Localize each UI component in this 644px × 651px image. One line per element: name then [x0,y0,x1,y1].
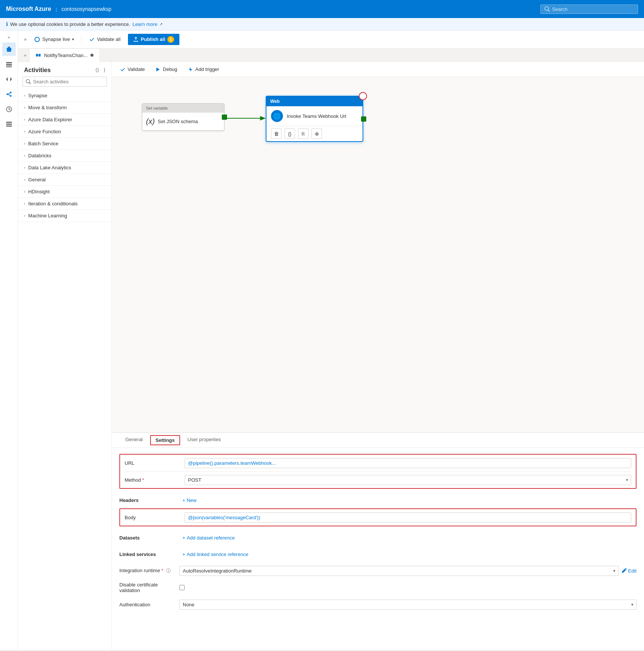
validate-btn[interactable]: Validate [118,65,147,74]
url-label: URL [125,460,185,466]
code-node-btn[interactable]: {} [284,128,295,139]
web-node[interactable]: Web 🌐 Invoke Teams Webhook Url 🗑 {} ⎘ ⊕ [266,96,363,142]
svg-rect-12 [36,54,38,57]
canvas-content: Set variable (x) Set JSON schema [142,92,405,167]
svg-point-3 [6,93,8,95]
activities-controls: ⟨⟩ ⟩ [94,66,107,74]
disable-cert-label: Disable certificate validation [119,582,179,593]
group-label: Azure Data Explorer [28,117,72,122]
validate-all-btn[interactable]: Validate all [86,35,123,44]
activity-group-hdinsight-header[interactable]: › HDInsight [18,186,111,197]
svg-marker-17 [260,116,266,121]
activity-group-datalake-header[interactable]: › Data Lake Analytics [18,162,111,173]
pencil-icon [621,568,627,573]
group-label: Batch Service [28,141,58,146]
activity-group-databricks-header[interactable]: › Databricks [18,150,111,161]
expand-btn[interactable]: ⟩ [102,66,107,74]
delete-node-btn[interactable]: 🗑 [271,128,281,139]
activity-group-batch-header[interactable]: › Batch Service [18,138,111,149]
collapse-all-btn[interactable]: ⟨⟩ [94,66,101,74]
svg-rect-13 [39,54,41,57]
integration-edit-btn[interactable]: Edit [621,568,636,574]
pipeline-tab[interactable]: NotifiyTeamsChan... [29,48,100,62]
set-variable-label: Set JSON schema [158,119,198,124]
activity-group-move-header[interactable]: › Move & transform [18,102,111,113]
svg-point-5 [10,95,12,97]
activity-group-general: › General [18,174,111,186]
toolbar: » Synapse live ▾ Validate all Publish al… [18,30,644,48]
top-bar: Microsoft Azure | contososynapsewksp Sea… [0,0,644,18]
publish-all-btn[interactable]: Publish all 1 [128,34,179,45]
integration-select[interactable]: AutoResolveIntegrationRuntime [179,566,618,576]
debug-btn[interactable]: Debug [153,65,179,74]
add-trigger-btn[interactable]: Add trigger [185,65,221,74]
svg-rect-2 [6,66,12,67]
body-group: Body [119,508,636,526]
disable-cert-checkbox[interactable] [179,585,185,590]
nav-home-icon[interactable] [2,42,16,56]
cookie-text: We use optional cookies to provide a bet… [10,21,130,27]
tab-general[interactable]: General [119,433,149,448]
nav-data-icon[interactable] [2,57,16,71]
chevron-right-icon: › [24,190,25,194]
activity-group-explorer-header[interactable]: › Azure Data Explorer [18,114,111,125]
integration-select-wrapper: AutoResolveIntegrationRuntime ▾ [179,566,618,576]
copy-node-btn[interactable]: ⎘ [298,128,308,139]
toolbar-expand-btn[interactable]: » [24,37,27,42]
activity-group-iteration-header[interactable]: › Iteration & conditionals [18,198,111,209]
tab-user-props[interactable]: User properties [182,433,227,448]
activity-group-explorer: › Azure Data Explorer [18,114,111,126]
url-row: URL [125,455,631,471]
add-dataset-btn[interactable]: + Add dataset reference [179,533,238,542]
nav-monitor-icon[interactable] [2,102,16,116]
activities-groups-list: › Synapse › Move & transform › Azu [18,90,111,222]
nav-expand-btn[interactable]: » [2,33,16,41]
activities-title: Activities [24,67,51,74]
activity-group-general-header[interactable]: › General [18,174,111,185]
plus-icon: + [182,552,185,557]
add-linked-service-label: Add linked service reference [187,552,248,557]
plus-icon: + [182,497,185,503]
learn-more-link[interactable]: Learn more [132,21,157,27]
synapse-live-btn[interactable]: Synapse live ▾ [31,35,77,44]
url-input[interactable] [185,458,631,468]
svg-rect-1 [6,64,12,65]
add-header-btn[interactable]: + New [179,496,200,505]
url-method-group: URL Method * [119,454,636,489]
method-label: Method * [125,477,185,483]
set-variable-node[interactable]: Set variable (x) Set JSON schema [142,103,224,131]
nav-integrate-icon[interactable] [2,87,16,101]
add-linked-service-btn[interactable]: + Add linked service reference [179,550,251,559]
cookie-bar: ℹ We use optional cookies to provide a b… [0,18,644,30]
activity-group-ml-header[interactable]: › Machine Learning [18,210,111,222]
expand-node-btn[interactable]: ⊕ [311,128,322,139]
set-variable-header: Set variable [142,104,224,113]
web-node-header-label: Web [270,99,280,104]
linked-services-label: Linked services [119,552,179,557]
auth-select-wrapper: None Basic Client Certificate Managed Id… [179,600,636,610]
nav-manage-icon[interactable] [2,118,16,131]
integration-label: Integration runtime * ⓘ [119,568,179,574]
search-label: Search [552,6,567,12]
plus-icon: + [182,535,185,541]
pipeline-icon [36,53,41,58]
svg-rect-10 [6,124,12,125]
tab-expand-btn[interactable]: » [24,53,26,57]
activity-group-function-header[interactable]: › Azure Function [18,126,111,137]
activities-search-input[interactable] [33,79,104,84]
nav-develop-icon[interactable] [2,72,16,86]
activity-group-synapse: › Synapse [18,90,111,102]
body-input[interactable] [185,512,631,523]
method-select[interactable]: POST GET PUT DELETE PATCH [185,475,631,485]
x-icon: (x) [146,117,155,126]
settings-form: URL Method * [112,448,644,619]
chevron-right-icon: › [24,130,25,134]
tab-label: NotifiyTeamsChan... [44,53,87,58]
status-circle [359,92,367,100]
tab-settings[interactable]: Settings [150,435,180,445]
auth-select[interactable]: None Basic Client Certificate Managed Id… [179,600,636,610]
web-node-body: 🌐 Invoke Teams Webhook Url [266,106,363,126]
search-box[interactable]: Search [540,5,638,14]
activity-group-synapse-header[interactable]: › Synapse [18,90,111,101]
activities-search-box[interactable] [23,77,107,87]
